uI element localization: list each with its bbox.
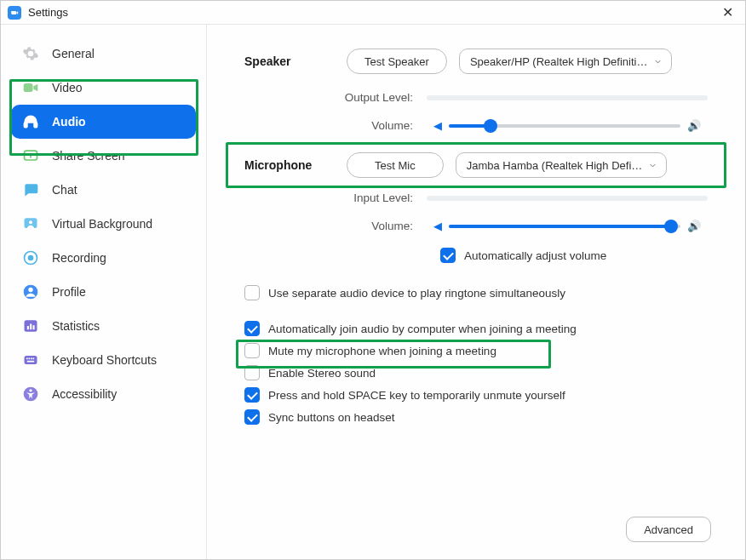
sidebar-item-statistics[interactable]: Statistics: [11, 309, 196, 343]
sidebar-item-label: Keyboard Shortcuts: [52, 353, 157, 367]
mic-volume-slider[interactable]: [449, 225, 680, 228]
statistics-icon: [21, 317, 40, 335]
speaker-section-label: Speaker: [244, 54, 347, 68]
output-level-label: Output Level:: [244, 91, 427, 104]
svg-point-9: [28, 288, 32, 292]
sidebar-item-label: Share Screen: [52, 149, 125, 163]
volume-low-icon: ◀: [433, 220, 442, 232]
video-icon: [21, 78, 40, 97]
enable-stereo-label: Enable Stereo sound: [268, 367, 376, 380]
sidebar-item-video[interactable]: Video: [11, 71, 196, 105]
output-level-meter: [427, 95, 708, 100]
headphones-icon: [21, 112, 40, 131]
sidebar-item-label: Statistics: [52, 319, 100, 333]
zoom-app-icon: [8, 6, 21, 20]
sidebar-item-label: Video: [52, 81, 83, 94]
settings-window: Settings ✕ General Video Audio Share Scr…: [0, 0, 746, 560]
svg-rect-12: [30, 324, 32, 330]
mic-volume-label: Volume:: [244, 220, 427, 232]
sidebar: General Video Audio Share Screen Chat Vi…: [1, 25, 207, 559]
sidebar-item-label: Chat: [52, 183, 77, 197]
profile-icon: [21, 283, 40, 301]
svg-rect-1: [25, 123, 27, 128]
sidebar-item-label: Recording: [52, 251, 106, 265]
svg-rect-13: [33, 325, 35, 329]
sidebar-item-label: Profile: [52, 285, 86, 299]
audio-settings-panel: Speaker Test Speaker Speaker/HP (Realtek…: [207, 25, 745, 559]
chat-icon: [21, 180, 40, 199]
svg-point-7: [28, 255, 34, 261]
sidebar-item-virtual-background[interactable]: Virtual Background: [11, 207, 196, 241]
sidebar-item-label: Audio: [52, 115, 86, 129]
accessibility-icon: [21, 385, 40, 403]
svg-rect-2: [34, 123, 37, 128]
auto-adjust-volume-label: Automatically adjust volume: [464, 249, 606, 262]
sidebar-item-recording[interactable]: Recording: [11, 241, 196, 275]
sidebar-item-label: Virtual Background: [52, 217, 152, 231]
window-title: Settings: [28, 6, 68, 19]
gear-icon: [21, 44, 40, 63]
sidebar-item-label: General: [52, 47, 95, 60]
keyboard-icon: [21, 351, 40, 369]
speaker-device-value: Speaker/HP (Realtek High Definiti…: [470, 55, 648, 68]
svg-rect-0: [24, 83, 33, 92]
auto-adjust-volume-checkbox[interactable]: [440, 248, 456, 263]
svg-rect-11: [27, 326, 29, 329]
sidebar-item-label: Accessibility: [52, 387, 117, 401]
advanced-button[interactable]: Advanced: [626, 517, 711, 542]
test-mic-button[interactable]: Test Mic: [347, 152, 444, 178]
volume-high-icon: 🔊: [687, 220, 701, 232]
test-speaker-button[interactable]: Test Speaker: [347, 49, 447, 74]
microphone-device-select[interactable]: Jamba Hamba (Realtek High Defi…: [456, 152, 668, 178]
mute-on-join-checkbox[interactable]: [244, 343, 260, 358]
speaker-volume-label: Volume:: [244, 119, 427, 132]
space-unmute-checkbox[interactable]: [244, 387, 260, 403]
speaker-volume-slider[interactable]: [449, 124, 680, 128]
svg-point-21: [29, 389, 32, 391]
svg-rect-18: [33, 358, 35, 360]
sync-headset-label: Sync buttons on headset: [268, 411, 395, 424]
sync-headset-checkbox[interactable]: [244, 409, 260, 425]
sidebar-item-general[interactable]: General: [11, 37, 196, 71]
microphone-device-value: Jamba Hamba (Realtek High Defi…: [467, 159, 643, 172]
chevron-down-icon: [648, 160, 657, 173]
volume-low-icon: ◀: [433, 119, 442, 132]
sidebar-item-profile[interactable]: Profile: [11, 275, 196, 309]
sidebar-item-share-screen[interactable]: Share Screen: [11, 139, 196, 173]
auto-join-audio-label: Automatically join audio by computer whe…: [268, 323, 577, 335]
svg-rect-14: [25, 356, 37, 364]
svg-point-5: [29, 220, 32, 224]
svg-rect-19: [27, 361, 34, 363]
sidebar-item-audio[interactable]: Audio: [11, 105, 196, 139]
auto-join-audio-checkbox[interactable]: [244, 321, 260, 336]
space-unmute-label: Press and hold SPACE key to temporarily …: [268, 389, 565, 402]
sidebar-item-accessibility[interactable]: Accessibility: [11, 377, 196, 411]
volume-high-icon: 🔊: [687, 119, 701, 132]
sidebar-item-chat[interactable]: Chat: [11, 173, 196, 207]
titlebar: Settings ✕: [1, 1, 745, 25]
share-screen-icon: [21, 146, 40, 165]
svg-rect-17: [31, 358, 32, 360]
mute-on-join-label: Mute my microphone when joining a meetin…: [268, 345, 496, 357]
separate-ringtone-label: Use separate audio device to play ringto…: [268, 287, 565, 300]
microphone-section-label: Microphone: [244, 158, 347, 172]
separate-ringtone-checkbox[interactable]: [244, 285, 260, 300]
svg-rect-15: [26, 358, 28, 360]
sidebar-item-keyboard-shortcuts[interactable]: Keyboard Shortcuts: [11, 343, 196, 377]
speaker-device-select[interactable]: Speaker/HP (Realtek High Definiti…: [459, 49, 673, 74]
recording-icon: [21, 249, 40, 267]
input-level-meter: [427, 196, 708, 201]
input-level-label: Input Level:: [244, 191, 427, 204]
virtual-bg-icon: [21, 214, 40, 233]
chevron-down-icon: [653, 56, 663, 69]
close-icon[interactable]: ✕: [717, 4, 738, 20]
svg-rect-16: [29, 358, 31, 360]
enable-stereo-checkbox[interactable]: [244, 365, 260, 380]
